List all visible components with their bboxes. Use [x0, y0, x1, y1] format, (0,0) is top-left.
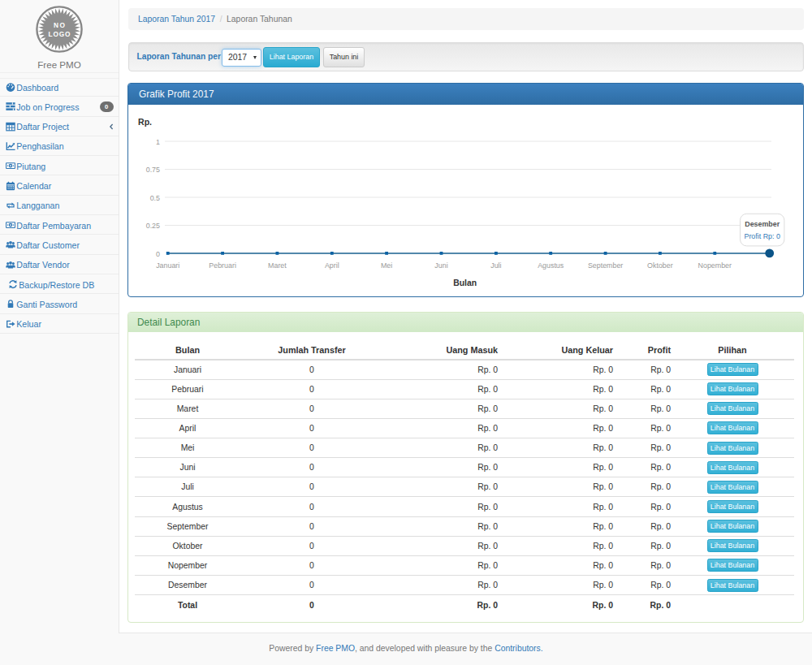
svg-text:Juni: Juni: [434, 261, 447, 270]
svg-text:Juli: Juli: [490, 261, 501, 270]
svg-text:Maret: Maret: [268, 261, 287, 270]
svg-text:September: September: [588, 261, 623, 270]
svg-text:0.75: 0.75: [146, 166, 160, 174]
svg-text:Desember: Desember: [745, 220, 780, 228]
svg-text:Bulan: Bulan: [453, 279, 477, 287]
svg-text:Agustus: Agustus: [538, 261, 564, 270]
svg-text:0.5: 0.5: [150, 194, 160, 202]
svg-text:NO: NO: [54, 21, 67, 29]
svg-text:0.25: 0.25: [146, 222, 160, 230]
svg-text:LOGO: LOGO: [49, 30, 71, 38]
svg-text:1: 1: [156, 138, 160, 146]
svg-text:Januari: Januari: [156, 261, 179, 270]
svg-text:Rp.: Rp.: [138, 117, 152, 127]
svg-text:Nopember: Nopember: [698, 261, 732, 270]
svg-text:Pebruari: Pebruari: [209, 261, 236, 270]
svg-text:Mei: Mei: [381, 261, 392, 270]
svg-text:April: April: [325, 261, 339, 270]
svg-text:0: 0: [156, 250, 160, 258]
svg-text:Profit Rp: 0: Profit Rp: 0: [744, 232, 780, 240]
svg-text:Oktober: Oktober: [647, 261, 673, 270]
